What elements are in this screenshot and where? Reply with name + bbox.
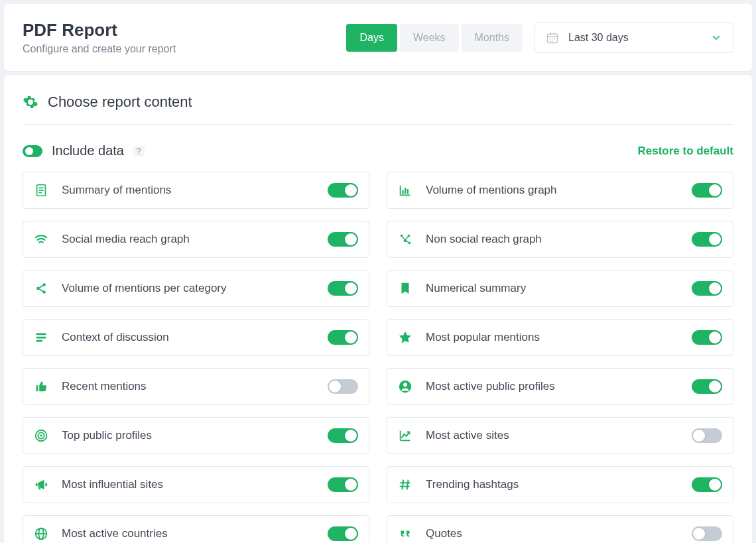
report-item-toggle-active-sites[interactable] <box>692 428 722 443</box>
section-header: Choose report content <box>23 87 733 125</box>
report-item-label: Recent mentions <box>62 380 147 393</box>
gear-icon <box>23 94 38 110</box>
report-item-recent-mentions: Recent mentions <box>23 368 369 405</box>
report-item-toggle-quotes[interactable] <box>692 526 722 541</box>
report-item-trending-hashtags: Trending hashtags <box>387 466 733 503</box>
page-title: PDF Report <box>23 20 176 40</box>
wifi-icon <box>34 232 48 247</box>
line-chart-icon <box>398 428 412 443</box>
globe-icon <box>34 526 48 541</box>
title-block: PDF Report Configure and create your rep… <box>23 20 176 55</box>
report-item-non-social-reach-graph: Non social reach graph <box>387 221 733 258</box>
report-item-toggle-popular-mentions[interactable] <box>692 330 722 345</box>
report-item-toggle-recent-mentions[interactable] <box>328 379 358 394</box>
report-item-label: Numerical summary <box>426 282 526 295</box>
bar-chart-icon <box>398 183 412 198</box>
page-subtitle: Configure and create your report <box>23 43 176 55</box>
report-item-numerical-summary: Numerical summary <box>387 270 733 307</box>
report-item-active-countries: Most active countries <box>23 515 369 543</box>
include-data-row: Include data ? Restore to default <box>23 143 733 158</box>
report-item-label: Volume of mentions graph <box>426 184 557 197</box>
report-item-quotes: Quotes <box>387 515 733 543</box>
report-item-label: Trending hashtags <box>426 478 519 491</box>
report-items-grid: Summary of mentions Volume of mentions g… <box>23 172 733 543</box>
restore-default-link[interactable]: Restore to default <box>637 145 733 158</box>
help-icon[interactable]: ? <box>133 146 145 156</box>
report-item-toggle-social-reach-graph[interactable] <box>328 232 358 247</box>
report-item-toggle-active-public-profiles[interactable] <box>692 379 722 394</box>
megaphone-icon <box>34 477 48 492</box>
report-item-label: Most influential sites <box>62 478 163 491</box>
report-item-toggle-non-social-reach-graph[interactable] <box>692 232 722 247</box>
granularity-months-button[interactable]: Months <box>462 24 523 52</box>
chevron-down-icon <box>710 32 722 44</box>
report-item-toggle-trending-hashtags[interactable] <box>692 477 722 492</box>
report-item-label: Top public profiles <box>62 429 152 442</box>
report-item-label: Most active sites <box>426 429 509 442</box>
thumb-icon <box>34 379 48 394</box>
report-item-social-reach-graph: Social media reach graph <box>23 221 369 258</box>
report-item-toggle-volume-per-category[interactable] <box>328 281 358 296</box>
lines-icon <box>34 330 48 345</box>
network-icon <box>398 232 412 247</box>
report-item-toggle-top-public-profiles[interactable] <box>328 428 358 443</box>
report-item-toggle-summary-mentions[interactable] <box>328 183 358 198</box>
quote-icon <box>398 526 412 541</box>
report-item-label: Volume of mentions per category <box>62 282 227 295</box>
hash-icon <box>398 477 412 492</box>
report-item-label: Most active countries <box>62 527 168 540</box>
section-title: Choose report content <box>48 93 192 111</box>
include-data-toggle[interactable] <box>23 145 42 157</box>
report-item-top-public-profiles: Top public profiles <box>23 417 369 454</box>
report-item-label: Non social reach graph <box>426 233 542 246</box>
report-item-label: Most active public profiles <box>426 380 555 393</box>
report-item-label: Quotes <box>426 527 462 540</box>
report-item-influential-sites: Most influential sites <box>23 466 369 503</box>
calendar-icon <box>546 31 559 44</box>
granularity-segmented: Days Weeks Months <box>346 24 523 52</box>
report-item-toggle-volume-mentions-graph[interactable] <box>692 183 722 198</box>
header-controls: Days Weeks Months Last 30 days <box>346 23 733 53</box>
share-icon <box>34 281 48 296</box>
granularity-weeks-button[interactable]: Weeks <box>400 24 459 52</box>
page-header: PDF Report Configure and create your rep… <box>4 4 752 71</box>
report-item-toggle-numerical-summary[interactable] <box>692 281 722 296</box>
report-item-label: Most popular mentions <box>426 331 540 344</box>
report-item-active-public-profiles: Most active public profiles <box>387 368 733 405</box>
report-item-toggle-active-countries[interactable] <box>328 526 358 541</box>
report-item-volume-mentions-graph: Volume of mentions graph <box>387 172 733 209</box>
report-item-popular-mentions: Most popular mentions <box>387 319 733 356</box>
include-data-label: Include data <box>52 143 124 158</box>
granularity-days-button[interactable]: Days <box>346 24 397 52</box>
file-icon <box>34 183 48 198</box>
report-content-panel: Choose report content Include data ? Res… <box>4 75 752 543</box>
report-item-toggle-influential-sites[interactable] <box>328 477 358 492</box>
report-item-summary-mentions: Summary of mentions <box>23 172 369 209</box>
report-item-label: Summary of mentions <box>62 184 171 197</box>
star-icon <box>398 330 412 345</box>
report-item-label: Social media reach graph <box>62 233 190 246</box>
report-item-toggle-context-discussion[interactable] <box>328 330 358 345</box>
bookmark-icon <box>398 281 412 296</box>
report-item-active-sites: Most active sites <box>387 417 733 454</box>
target-icon <box>34 428 48 443</box>
report-item-label: Context of discussion <box>62 331 169 344</box>
date-range-label: Last 30 days <box>568 32 629 44</box>
report-item-context-discussion: Context of discussion <box>23 319 369 356</box>
user-icon <box>398 379 412 394</box>
date-range-picker[interactable]: Last 30 days <box>535 23 733 53</box>
report-item-volume-per-category: Volume of mentions per category <box>23 270 369 307</box>
